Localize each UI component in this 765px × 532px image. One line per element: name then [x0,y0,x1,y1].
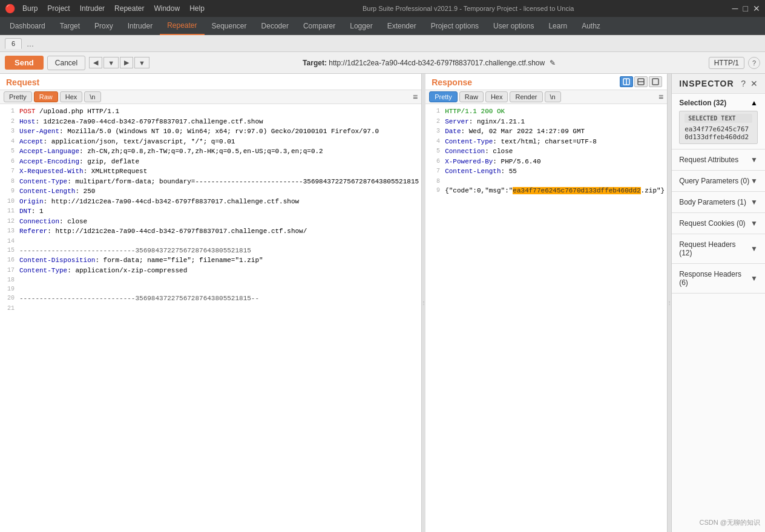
main-nav: DashboardTargetProxyIntruderRepeaterSequ… [0,17,765,35]
inspector-section-title-5: Response Headers (6) [679,270,750,287]
main-nav-tab-sequencer[interactable]: Sequencer [205,17,254,35]
inspector-section-header-2[interactable]: Body Parameters (1) ▼ [672,192,765,212]
view-split-h-btn[interactable] [620,76,633,87]
request-line: 3User-Agent: Mozilla/5.0 (Windows NT 10.… [2,126,419,137]
menu-help[interactable]: Help [189,4,205,13]
response-raw-btn[interactable]: Raw [459,91,484,102]
line-number: 19 [2,284,15,294]
view-split-v-btn[interactable] [634,76,648,87]
line-number: 15 [2,246,15,256]
inspector-section-header-4[interactable]: Request Headers (12) ▼ [672,234,765,263]
nav-next-dropdown[interactable]: ▼ [134,57,149,68]
inspector-section-3: Request Cookies (0) ▼ [672,213,765,234]
send-button[interactable]: Send [5,56,44,70]
main-nav-tab-logger[interactable]: Logger [343,17,379,35]
response-pretty-btn[interactable]: Pretty [429,91,458,102]
response-line: 2Server: nginx/1.21.1 [428,117,665,127]
request-line: 8Content-Type: multipart/form-data; boun… [2,177,419,187]
request-line: 21 [2,304,419,313]
view-single-btn[interactable] [649,76,662,87]
app-title: Burp Suite Professional v2021.9 - Tempor… [205,5,732,12]
request-line: 20-----------------------------356984372… [2,294,419,304]
close-button[interactable]: ✕ [753,4,760,13]
response-menu-icon[interactable]: ≡ [658,92,663,102]
inspector-section-title-1: Query Parameters (0) [679,177,749,185]
inspector-section-title-3: Request Cookies (0) [679,219,745,228]
request-raw-btn[interactable]: Raw [34,91,58,102]
response-header-row: Response [425,74,667,90]
main-nav-tab-user-options[interactable]: User options [486,17,541,35]
request-hex-btn[interactable]: Hex [60,91,83,102]
main-nav-tab-dashboard[interactable]: Dashboard [2,17,53,35]
response-line: 6X-Powered-By: PHP/5.6.40 [428,157,665,167]
request-panel-title: Request [0,74,421,90]
line-content: Content-Type: multipart/form-data; bound… [19,177,419,187]
line-content: Content-Disposition: form-data; name="fi… [19,255,263,266]
sub-tab-dots[interactable]: ... [24,39,36,48]
nav-prev-dropdown[interactable]: ▼ [103,57,119,68]
response-code-area[interactable]: 1HTTP/1.1 200 OK2Server: nginx/1.21.13Da… [425,104,667,532]
inspector-section-header-0[interactable]: Request Attributes ▼ [672,149,765,170]
main-nav-tab-intruder[interactable]: Intruder [120,17,160,35]
main-nav-tab-learn[interactable]: Learn [541,17,574,35]
selection-chevron: ▲ [750,99,758,107]
request-line: 1POST /upload.php HTTP/1.1 [2,107,419,117]
edit-target-icon[interactable]: ✎ [550,59,556,67]
inspector-section-header-5[interactable]: Response Headers (6) ▼ [672,264,765,293]
watermark: CSDN @无聊的知识 [700,518,760,527]
selection-header[interactable]: Selection (32) ▲ [679,99,758,107]
line-number: 4 [2,137,15,147]
request-line: 18 [2,275,419,284]
response-line: 4Content-Type: text/html; charset=UTF-8 [428,137,665,147]
response-line: 1HTTP/1.1 200 OK [428,107,665,117]
inspector-close-icon[interactable]: ✕ [750,79,758,88]
main-nav-tab-decoder[interactable]: Decoder [254,17,296,35]
request-newline-btn[interactable]: \n [84,91,100,102]
nav-prev-button[interactable]: ◀ [89,57,102,68]
main-nav-tab-comparer[interactable]: Comparer [296,17,343,35]
maximize-button[interactable]: □ [743,4,748,13]
main-nav-tab-authz[interactable]: Authz [574,17,608,35]
line-number: 9 [428,186,440,196]
menu-burp[interactable]: Burp [22,4,38,13]
request-pretty-btn[interactable]: Pretty [4,91,32,102]
main-nav-tab-project-options[interactable]: Project options [424,17,486,35]
main-content: Request Pretty Raw Hex \n ≡ 1POST /uploa… [0,74,765,532]
response-newline-btn[interactable]: \n [545,91,561,102]
inspector-section-header-1[interactable]: Query Parameters (0) ▼ [672,171,765,191]
toolbar-help-icon[interactable]: ? [748,57,760,69]
request-line: 6Accept-Encoding: gzip, deflate [2,157,419,167]
inspector-help-icon[interactable]: ? [741,79,746,88]
line-content: -----------------------------35698437227… [19,246,251,256]
response-line: 7Content-Length: 55 [428,166,665,177]
line-content: X-Powered-By: PHP/5.6.40 [445,157,540,167]
minimize-button[interactable]: ─ [732,4,738,13]
menu-project[interactable]: Project [47,4,70,13]
nav-next-button[interactable]: ▶ [120,57,133,68]
main-nav-tab-repeater[interactable]: Repeater [160,17,204,35]
inspector-section-header-3[interactable]: Request Cookies (0) ▼ [672,213,765,234]
menu-window[interactable]: Window [154,4,180,13]
http-version-selector[interactable]: HTTP/1 [709,57,744,69]
inspector-section-0: Request Attributes ▼ [672,149,765,171]
request-menu-icon[interactable]: ≡ [413,92,418,102]
inspector-section-5: Response Headers (6) ▼ [672,264,765,294]
response-hex-btn[interactable]: Hex [485,91,508,102]
request-line: 16Content-Disposition: form-data; name="… [2,255,419,266]
request-line: 10Origin: http://1d21c2ea-7a90-44cd-b342… [2,197,419,207]
menu-repeater[interactable]: Repeater [114,4,144,13]
cancel-button[interactable]: Cancel [47,56,85,70]
main-nav-tab-extender[interactable]: Extender [380,17,424,35]
line-number: 2 [2,117,15,127]
main-nav-tab-target[interactable]: Target [53,17,87,35]
request-line: 19 [2,284,419,294]
line-content: Connection: close [445,146,513,157]
line-content: -----------------------------35698437227… [19,294,259,304]
main-nav-tab-proxy[interactable]: Proxy [87,17,120,35]
line-number: 5 [2,146,15,157]
line-number: 17 [2,266,15,276]
menu-intruder[interactable]: Intruder [80,4,105,13]
sub-tab-6[interactable]: 6 [5,38,22,49]
response-render-btn[interactable]: Render [510,91,542,102]
request-code-area[interactable]: 1POST /upload.php HTTP/1.12Host: 1d21c2e… [0,104,421,532]
